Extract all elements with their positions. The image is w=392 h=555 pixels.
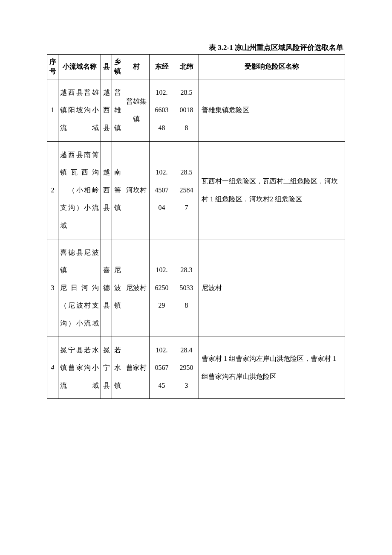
cell-county: 越西县 (101, 141, 112, 239)
cell-watershed: 冕宁县若水镇曹家沟小流域 (58, 337, 101, 399)
table-row: 2越西县南箐镇瓦西沟 （小相岭支沟）小流域越西县南箐镇河坎村102.450704… (47, 141, 345, 239)
cell-village: 尼波村 (123, 239, 150, 337)
cell-lat: 28.525847 (174, 141, 199, 239)
header-lat: 北纬 (174, 55, 199, 79)
cell-seq: 3 (47, 239, 58, 337)
cell-village: 普雄集镇 (123, 79, 150, 141)
cell-watershed: 喜德县尼波镇尼日河沟（尼波村支沟）小流域 (58, 239, 101, 337)
cell-risk: 尼波村 (199, 239, 345, 337)
cell-lon: 102.625029 (150, 239, 174, 337)
header-risk: 受影响危险区名称 (199, 55, 345, 79)
cell-risk: 普雄集镇危险区 (199, 79, 345, 141)
table-row: 3喜德县尼波镇尼日河沟（尼波村支沟）小流域喜德县尼波镇尼波村102.625029… (47, 239, 345, 337)
cell-lat: 28.429503 (174, 337, 199, 399)
table-header-row: 序号 小流域名称 县 乡镇 村 东经 北纬 受影响危险区名称 (47, 55, 345, 79)
header-seq: 序号 (47, 55, 58, 79)
cell-seq: 1 (47, 79, 58, 141)
cell-town: 南箐镇 (112, 141, 123, 239)
cell-seq: 2 (47, 141, 58, 239)
cell-watershed: 越西县南箐镇瓦西沟 （小相岭支沟）小流域 (58, 141, 101, 239)
cell-risk: 曹家村 1 组曹家沟左岸山洪危险区，曹家村 1 组曹家沟右岸山洪危险区 (199, 337, 345, 399)
cell-lon: 102.660348 (150, 79, 174, 141)
cell-county: 喜德县 (101, 239, 112, 337)
cell-lat: 28.500188 (174, 79, 199, 141)
table-title: 表 3.2-1 凉山州重点区域风险评价选取名单 (47, 43, 345, 52)
cell-village: 曹家村 (123, 337, 150, 399)
cell-town: 若水镇 (112, 337, 123, 399)
cell-county: 越西县 (101, 79, 112, 141)
table-row: 1越西县普雄镇阳坡沟小流域越西县普雄镇普雄集镇102.66034828.5001… (47, 79, 345, 141)
cell-town: 尼波镇 (112, 239, 123, 337)
cell-watershed: 越西县普雄镇阳坡沟小流域 (58, 79, 101, 141)
header-watershed: 小流域名称 (58, 55, 101, 79)
header-county: 县 (101, 55, 112, 79)
table-row: 4冕宁县若水镇曹家沟小流域冕宁县若水镇曹家村102.05674528.42950… (47, 337, 345, 399)
header-lon: 东经 (150, 55, 174, 79)
risk-table: 序号 小流域名称 县 乡镇 村 东经 北纬 受影响危险区名称 1越西县普雄镇阳坡… (47, 54, 345, 399)
cell-lon: 102.450704 (150, 141, 174, 239)
cell-county: 冕宁县 (101, 337, 112, 399)
cell-lon: 102.056745 (150, 337, 174, 399)
cell-lat: 28.350338 (174, 239, 199, 337)
cell-village: 河坎村 (123, 141, 150, 239)
header-town: 乡镇 (112, 55, 123, 79)
cell-seq: 4 (47, 337, 58, 399)
cell-town: 普雄镇 (112, 79, 123, 141)
header-village: 村 (123, 55, 150, 79)
cell-risk: 瓦西村一组危险区，瓦西村二组危险区，河坎村 1 组危险区，河坎村2 组危险区 (199, 141, 345, 239)
